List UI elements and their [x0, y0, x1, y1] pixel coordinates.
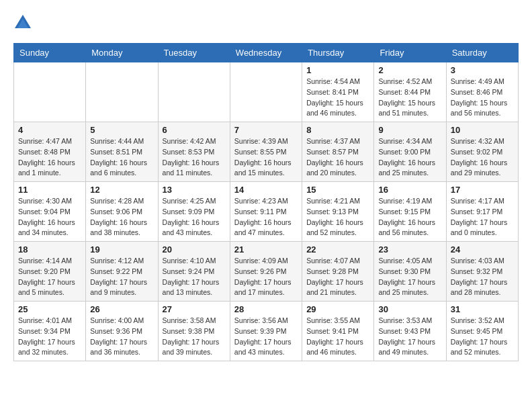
day-info: Sunrise: 4:37 AM Sunset: 8:57 PM Dayligh…: [306, 136, 369, 179]
calendar-cell: 29Sunrise: 3:55 AM Sunset: 9:41 PM Dayli…: [302, 302, 374, 361]
header-day-sunday: Sunday: [14, 44, 86, 62]
day-info: Sunrise: 4:42 AM Sunset: 8:53 PM Dayligh…: [163, 136, 226, 179]
day-number: 20: [163, 244, 226, 255]
day-info: Sunrise: 3:58 AM Sunset: 9:38 PM Dayligh…: [163, 316, 226, 358]
day-number: 6: [163, 125, 226, 135]
calendar-cell: 5Sunrise: 4:44 AM Sunset: 8:51 PM Daylig…: [86, 122, 158, 182]
day-number: 27: [163, 304, 226, 314]
day-number: 18: [18, 244, 81, 255]
calendar-cell: 12Sunrise: 4:28 AM Sunset: 9:06 PM Dayli…: [86, 182, 158, 242]
calendar-cell: 10Sunrise: 4:32 AM Sunset: 9:02 PM Dayli…: [446, 122, 518, 182]
calendar-cell: [230, 62, 302, 122]
page-header: [13, 13, 519, 32]
header-day-saturday: Saturday: [446, 44, 518, 62]
header-day-wednesday: Wednesday: [230, 44, 302, 62]
calendar-cell: 26Sunrise: 4:00 AM Sunset: 9:36 PM Dayli…: [86, 302, 158, 361]
day-number: 9: [378, 125, 441, 135]
day-info: Sunrise: 3:53 AM Sunset: 9:43 PM Dayligh…: [378, 316, 441, 358]
day-number: 29: [306, 304, 369, 314]
calendar-cell: 22Sunrise: 4:07 AM Sunset: 9:28 PM Dayli…: [302, 242, 374, 302]
calendar-cell: 30Sunrise: 3:53 AM Sunset: 9:43 PM Dayli…: [374, 302, 446, 361]
calendar-cell: 31Sunrise: 3:52 AM Sunset: 9:45 PM Dayli…: [446, 302, 518, 361]
day-number: 26: [90, 304, 153, 314]
day-info: Sunrise: 4:19 AM Sunset: 9:15 PM Dayligh…: [378, 196, 441, 238]
day-info: Sunrise: 4:03 AM Sunset: 9:32 PM Dayligh…: [451, 256, 514, 298]
day-info: Sunrise: 4:01 AM Sunset: 9:34 PM Dayligh…: [18, 316, 81, 358]
calendar-table: SundayMondayTuesdayWednesdayThursdayFrid…: [13, 43, 519, 361]
day-info: Sunrise: 4:44 AM Sunset: 8:51 PM Dayligh…: [90, 136, 153, 179]
day-number: 28: [234, 304, 298, 314]
calendar-week-row: 1Sunrise: 4:54 AM Sunset: 8:41 PM Daylig…: [14, 62, 519, 122]
day-info: Sunrise: 3:52 AM Sunset: 9:45 PM Dayligh…: [451, 316, 514, 358]
day-info: Sunrise: 4:25 AM Sunset: 9:09 PM Dayligh…: [163, 196, 226, 238]
day-number: 2: [378, 65, 441, 75]
calendar-cell: 8Sunrise: 4:37 AM Sunset: 8:57 PM Daylig…: [302, 122, 374, 182]
calendar-cell: 7Sunrise: 4:39 AM Sunset: 8:55 PM Daylig…: [230, 122, 302, 182]
calendar-cell: 28Sunrise: 3:56 AM Sunset: 9:39 PM Dayli…: [230, 302, 302, 361]
day-info: Sunrise: 4:34 AM Sunset: 9:00 PM Dayligh…: [378, 136, 441, 179]
calendar-week-row: 25Sunrise: 4:01 AM Sunset: 9:34 PM Dayli…: [14, 302, 519, 361]
day-info: Sunrise: 4:14 AM Sunset: 9:20 PM Dayligh…: [18, 256, 81, 298]
calendar-cell: 6Sunrise: 4:42 AM Sunset: 8:53 PM Daylig…: [158, 122, 230, 182]
calendar-week-row: 18Sunrise: 4:14 AM Sunset: 9:20 PM Dayli…: [14, 242, 519, 302]
calendar-cell: 4Sunrise: 4:47 AM Sunset: 8:48 PM Daylig…: [14, 122, 86, 182]
calendar-cell: 9Sunrise: 4:34 AM Sunset: 9:00 PM Daylig…: [374, 122, 446, 182]
header-day-friday: Friday: [374, 44, 446, 62]
day-number: 22: [306, 244, 369, 255]
day-number: 10: [451, 125, 514, 135]
day-info: Sunrise: 4:23 AM Sunset: 9:11 PM Dayligh…: [234, 196, 298, 238]
day-number: 14: [234, 185, 298, 195]
calendar-cell: 25Sunrise: 4:01 AM Sunset: 9:34 PM Dayli…: [14, 302, 86, 361]
day-number: 24: [451, 244, 514, 255]
day-number: 25: [18, 304, 81, 314]
day-info: Sunrise: 4:54 AM Sunset: 8:41 PM Dayligh…: [306, 77, 369, 119]
calendar-cell: 16Sunrise: 4:19 AM Sunset: 9:15 PM Dayli…: [374, 182, 446, 242]
logo: [13, 13, 34, 32]
calendar-week-row: 11Sunrise: 4:30 AM Sunset: 9:04 PM Dayli…: [14, 182, 519, 242]
day-number: 15: [306, 185, 369, 195]
day-info: Sunrise: 4:10 AM Sunset: 9:24 PM Dayligh…: [163, 256, 226, 298]
day-number: 30: [378, 304, 441, 314]
calendar-week-row: 4Sunrise: 4:47 AM Sunset: 8:48 PM Daylig…: [14, 122, 519, 182]
day-info: Sunrise: 4:39 AM Sunset: 8:55 PM Dayligh…: [234, 136, 298, 179]
calendar-cell: 20Sunrise: 4:10 AM Sunset: 9:24 PM Dayli…: [158, 242, 230, 302]
calendar-cell: 3Sunrise: 4:49 AM Sunset: 8:46 PM Daylig…: [446, 62, 518, 122]
calendar-cell: 11Sunrise: 4:30 AM Sunset: 9:04 PM Dayli…: [14, 182, 86, 242]
calendar-cell: 18Sunrise: 4:14 AM Sunset: 9:20 PM Dayli…: [14, 242, 86, 302]
day-info: Sunrise: 4:32 AM Sunset: 9:02 PM Dayligh…: [451, 136, 514, 179]
header-day-monday: Monday: [86, 44, 158, 62]
calendar-cell: 2Sunrise: 4:52 AM Sunset: 8:44 PM Daylig…: [374, 62, 446, 122]
day-number: 31: [451, 304, 514, 314]
day-info: Sunrise: 4:09 AM Sunset: 9:26 PM Dayligh…: [234, 256, 298, 298]
day-info: Sunrise: 4:52 AM Sunset: 8:44 PM Dayligh…: [378, 77, 441, 119]
calendar-cell: 23Sunrise: 4:05 AM Sunset: 9:30 PM Dayli…: [374, 242, 446, 302]
day-number: 5: [90, 125, 153, 135]
calendar-cell: [86, 62, 158, 122]
day-info: Sunrise: 4:07 AM Sunset: 9:28 PM Dayligh…: [306, 256, 369, 298]
day-number: 11: [18, 185, 81, 195]
calendar-header-row: SundayMondayTuesdayWednesdayThursdayFrid…: [14, 44, 519, 62]
calendar-cell: [14, 62, 86, 122]
day-info: Sunrise: 4:17 AM Sunset: 9:17 PM Dayligh…: [451, 196, 514, 238]
day-number: 13: [163, 185, 226, 195]
calendar-cell: 1Sunrise: 4:54 AM Sunset: 8:41 PM Daylig…: [302, 62, 374, 122]
day-info: Sunrise: 4:05 AM Sunset: 9:30 PM Dayligh…: [378, 256, 441, 298]
calendar-cell: 17Sunrise: 4:17 AM Sunset: 9:17 PM Dayli…: [446, 182, 518, 242]
day-info: Sunrise: 4:49 AM Sunset: 8:46 PM Dayligh…: [451, 77, 514, 119]
day-number: 23: [378, 244, 441, 255]
day-number: 12: [90, 185, 153, 195]
day-number: 7: [234, 125, 298, 135]
day-number: 4: [18, 125, 81, 135]
header-day-thursday: Thursday: [302, 44, 374, 62]
day-number: 17: [451, 185, 514, 195]
calendar-cell: [158, 62, 230, 122]
day-info: Sunrise: 4:47 AM Sunset: 8:48 PM Dayligh…: [18, 136, 81, 179]
day-info: Sunrise: 4:00 AM Sunset: 9:36 PM Dayligh…: [90, 316, 153, 358]
calendar-cell: 19Sunrise: 4:12 AM Sunset: 9:22 PM Dayli…: [86, 242, 158, 302]
day-number: 1: [306, 65, 369, 75]
day-info: Sunrise: 3:56 AM Sunset: 9:39 PM Dayligh…: [234, 316, 298, 358]
day-number: 8: [306, 125, 369, 135]
logo-icon: [13, 13, 32, 32]
day-info: Sunrise: 4:28 AM Sunset: 9:06 PM Dayligh…: [90, 196, 153, 238]
day-number: 21: [234, 244, 298, 255]
